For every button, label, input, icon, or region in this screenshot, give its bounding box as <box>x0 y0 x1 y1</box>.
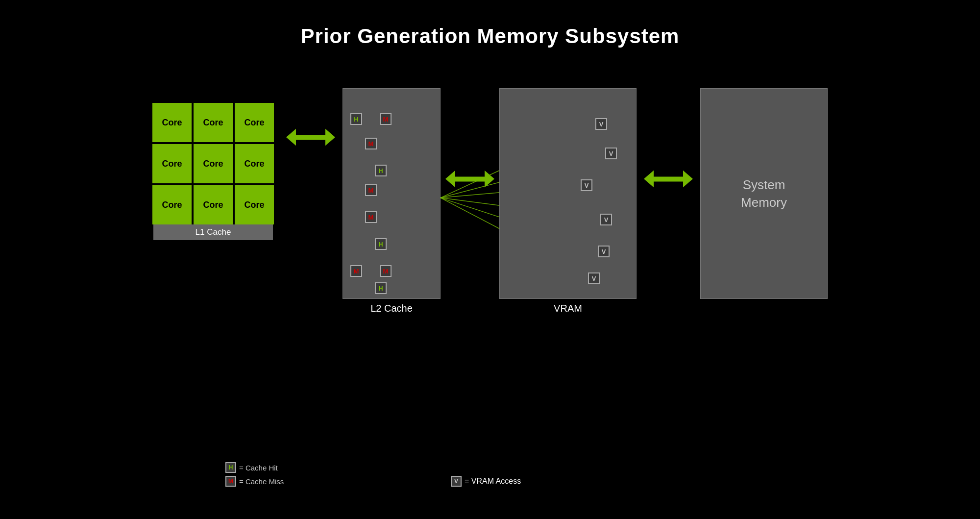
system-memory-panel: SystemMemory <box>700 88 828 299</box>
legend: H = Cache Hit M = Cache Miss <box>225 462 284 490</box>
arrow-l1-l2 <box>286 123 335 152</box>
badge-v: V <box>588 272 600 284</box>
svg-marker-8 <box>644 170 693 187</box>
cores-grid: CoreCoreCoreCoreCoreCoreCoreCoreCore <box>152 103 274 224</box>
core-cell: Core <box>235 185 274 224</box>
badge-v: V <box>600 214 612 225</box>
vram-panel: VVVVVV <box>499 88 637 299</box>
legend-h-badge: H <box>225 462 236 473</box>
arrow-vram-sysmem <box>644 164 693 194</box>
badge-v: V <box>595 118 607 130</box>
core-cell: Core <box>194 144 233 183</box>
system-memory-label: SystemMemory <box>741 176 787 212</box>
legend-vram: V = VRAM Access <box>451 476 521 487</box>
legend-v-badge: V <box>451 476 462 487</box>
arrow-l2-vram <box>445 164 494 194</box>
system-memory-section: SystemMemory <box>700 88 828 303</box>
legend-m-badge: M <box>225 476 236 487</box>
core-cell: Core <box>235 144 274 183</box>
badge-m: M <box>365 138 377 149</box>
l1-label: L1 Cache <box>153 224 273 240</box>
legend-miss: M = Cache Miss <box>225 476 284 487</box>
badge-h: H <box>350 113 362 125</box>
core-cell: Core <box>152 144 192 183</box>
core-cell: Core <box>152 185 192 224</box>
core-cell: Core <box>152 103 192 142</box>
legend-h-text: = Cache Hit <box>239 464 278 472</box>
badge-m: M <box>380 113 392 125</box>
core-cell: Core <box>194 103 233 142</box>
badge-m: M <box>380 265 392 277</box>
legend-hit: H = Cache Hit <box>225 462 284 473</box>
svg-marker-7 <box>445 170 494 187</box>
diagram-area: CoreCoreCoreCoreCoreCoreCoreCoreCore L1 … <box>0 88 980 363</box>
badge-m: M <box>365 211 377 223</box>
l2-cache-section: HMMHMMHMMH L2 Cache <box>343 88 441 314</box>
badge-h: H <box>375 238 387 250</box>
l2-label: L2 Cache <box>370 303 413 314</box>
legend-v-text: = VRAM Access <box>465 477 521 486</box>
l2-panel: HMMHMMHMMH <box>343 88 441 299</box>
core-cell: Core <box>235 103 274 142</box>
badge-h: H <box>375 282 387 294</box>
badge-m: M <box>365 184 377 196</box>
badge-m: M <box>350 265 362 277</box>
badge-v: V <box>598 246 610 257</box>
badge-v: V <box>581 179 592 191</box>
l1-cache-section: CoreCoreCoreCoreCoreCoreCoreCoreCore L1 … <box>152 103 274 240</box>
core-cell: Core <box>194 185 233 224</box>
vram-legend: V = VRAM Access <box>451 476 521 490</box>
legend-m-text: = Cache Miss <box>239 477 284 486</box>
svg-marker-6 <box>286 128 335 146</box>
vram-label: VRAM <box>554 303 582 314</box>
page-title: Prior Generation Memory Subsystem <box>0 0 980 48</box>
badge-h: H <box>375 165 387 176</box>
vram-section: VVVVVV VRAM <box>499 88 637 314</box>
badge-v: V <box>605 148 617 159</box>
